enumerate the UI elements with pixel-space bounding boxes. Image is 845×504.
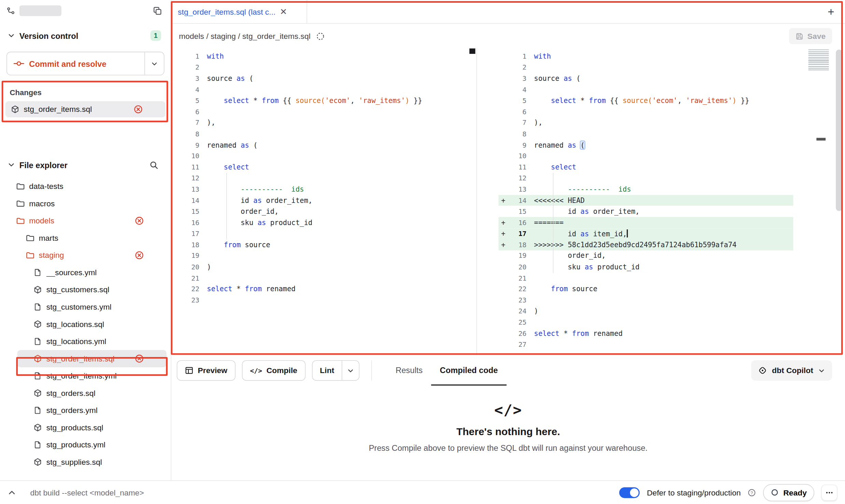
commit-and-resolve-button[interactable]: Commit and resolve xyxy=(6,52,164,75)
code-line[interactable]: 15 order_id, xyxy=(171,206,476,217)
code-line[interactable]: 3source as ( xyxy=(171,73,476,84)
code-line[interactable]: 4 xyxy=(499,84,793,95)
code-line[interactable]: 1with xyxy=(499,50,793,62)
code-line[interactable]: 1with xyxy=(171,50,476,62)
editor-scroll-indicator[interactable] xyxy=(816,138,826,140)
code-line[interactable]: 13 ---------- ids xyxy=(171,184,476,195)
code-line[interactable]: 22 from source xyxy=(499,283,793,295)
code-line[interactable]: 13 ---------- ids xyxy=(499,184,793,195)
editor-pane-modified[interactable]: 1with23source as (45 select * from {{ so… xyxy=(499,48,845,355)
command-input[interactable]: dbt build --select <model_name> xyxy=(30,488,144,496)
code-line[interactable]: 26select * from renamed xyxy=(499,328,793,339)
file-explorer-item-models[interactable]: models xyxy=(4,212,167,229)
pane-scrollbar[interactable] xyxy=(469,48,475,54)
code-line[interactable]: 7), xyxy=(171,117,476,129)
code-line[interactable]: 3source as ( xyxy=(499,73,793,84)
code-line[interactable]: 21 xyxy=(171,272,476,284)
change-item[interactable]: stg_order_items.sql xyxy=(5,101,166,117)
code-line[interactable]: 18 from source xyxy=(171,239,476,250)
discard-change-icon[interactable] xyxy=(134,105,143,114)
code-line[interactable]: 23 xyxy=(171,295,476,306)
save-button[interactable]: Save xyxy=(789,28,832,44)
tab-stg-order-items[interactable]: stg_order_items.sql (last c... ✕ xyxy=(171,0,307,23)
file-explorer-item-stg-orders-yml[interactable]: stg_orders.yml xyxy=(17,402,167,419)
code-line[interactable]: 21 xyxy=(499,272,793,284)
conflict-icon[interactable] xyxy=(135,354,144,363)
file-explorer-item-stg-customers-yml[interactable]: stg_customers.yml xyxy=(17,298,167,316)
file-explorer-item-stg-orders-sql[interactable]: stg_orders.sql xyxy=(17,384,167,402)
code-line[interactable]: 2 xyxy=(499,62,793,73)
code-line[interactable]: +16======= xyxy=(499,217,793,228)
workflow-icon[interactable] xyxy=(6,6,15,15)
chevron-up-icon[interactable] xyxy=(8,488,16,496)
file-explorer-item-stg-supplies-sql[interactable]: stg_supplies.sql xyxy=(17,454,167,471)
tab-compiled-code[interactable]: Compiled code xyxy=(431,355,506,385)
editor-pane-original[interactable]: 1with23source as (45 select * from {{ so… xyxy=(171,48,477,355)
commit-options-caret[interactable] xyxy=(144,52,164,75)
code-line[interactable]: 20) xyxy=(171,261,476,272)
code-line[interactable]: 9renamed as ( xyxy=(171,139,476,151)
code-line[interactable]: 12 xyxy=(171,173,476,184)
file-explorer-item-marts[interactable]: marts xyxy=(9,229,167,247)
file-explorer-item-stg-products-yml[interactable]: stg_products.yml xyxy=(17,436,167,454)
code-line[interactable]: 6 xyxy=(499,106,793,117)
close-icon[interactable]: ✕ xyxy=(280,7,287,16)
minimap[interactable] xyxy=(808,49,829,71)
code-line[interactable]: 19 order_id, xyxy=(499,250,793,262)
file-explorer-item-stg-customers-sql[interactable]: stg_customers.sql xyxy=(17,281,167,298)
code-line[interactable]: 5 select * from {{ source('ecom', 'raw_i… xyxy=(171,95,476,106)
preview-button[interactable]: Preview xyxy=(177,360,235,381)
ide-status-button[interactable]: Ready xyxy=(763,484,814,501)
file-explorer-header[interactable]: File explorer xyxy=(0,153,171,176)
file-explorer-item--sources-yml[interactable]: __sources.yml xyxy=(17,264,167,281)
code-line[interactable]: 6 xyxy=(171,106,476,117)
file-explorer-item-stg-order-items-yml[interactable]: stg_order_items.yml xyxy=(17,367,167,385)
diff-editor[interactable]: 1with23source as (45 select * from {{ so… xyxy=(171,48,845,355)
code-line[interactable]: +17 id as item_id, xyxy=(499,228,793,239)
commit-button-main[interactable]: Commit and resolve xyxy=(7,52,145,75)
code-line[interactable]: 10 xyxy=(499,150,793,162)
file-explorer-item-data-tests[interactable]: data-tests xyxy=(4,178,167,195)
code-line[interactable]: 24) xyxy=(499,306,793,317)
code-line[interactable]: 11 select xyxy=(171,162,476,173)
code-line[interactable]: 8 xyxy=(499,128,793,139)
code-line[interactable]: 10 xyxy=(171,150,476,162)
file-explorer-item-stg-locations-sql[interactable]: stg_locations.sql xyxy=(17,315,167,333)
code-line[interactable]: 25 xyxy=(499,317,793,328)
code-line[interactable]: 12 xyxy=(499,173,793,184)
code-line[interactable]: 27 xyxy=(499,339,793,350)
code-line[interactable]: +14<<<<<<< HEAD xyxy=(499,195,793,206)
copy-icon[interactable] xyxy=(153,6,162,15)
lineage-icon[interactable] xyxy=(316,31,325,41)
code-line[interactable]: 16 sku as product_id xyxy=(171,217,476,228)
dbt-copilot-button[interactable]: dbt Copilot xyxy=(751,360,832,381)
version-control-header[interactable]: Version control 1 xyxy=(0,24,171,47)
code-line[interactable]: 2 xyxy=(171,62,476,73)
code-line[interactable]: 4 xyxy=(171,84,476,95)
more-menu-button[interactable] xyxy=(821,484,837,500)
file-explorer-item-stg-locations-yml[interactable]: stg_locations.yml xyxy=(17,333,167,350)
conflict-icon[interactable] xyxy=(135,216,144,225)
lint-button[interactable]: Lint xyxy=(312,361,342,380)
code-line[interactable]: 9renamed as ( xyxy=(499,139,793,151)
code-line[interactable]: 17 xyxy=(171,228,476,239)
code-line[interactable]: 20 sku as product_id xyxy=(499,261,793,272)
code-line[interactable]: 22select * from renamed xyxy=(171,283,476,295)
code-line[interactable]: 14 id as order_item, xyxy=(171,195,476,206)
file-explorer-item-macros[interactable]: macros xyxy=(4,195,167,212)
help-icon[interactable]: ? xyxy=(748,488,756,496)
tab-results[interactable]: Results xyxy=(387,355,431,385)
editor-scrollbar-thumb[interactable] xyxy=(836,49,842,211)
chevron-down-icon[interactable] xyxy=(8,32,15,39)
code-line[interactable]: 5 select * from {{ source('ecom', 'raw_i… xyxy=(499,95,793,106)
compile-button[interactable]: </> Compile xyxy=(242,360,305,381)
code-line[interactable]: 23 xyxy=(499,295,793,306)
defer-toggle[interactable] xyxy=(619,487,640,498)
file-explorer-item-stg-products-sql[interactable]: stg_products.sql xyxy=(17,419,167,436)
search-icon[interactable] xyxy=(147,159,161,170)
conflict-icon[interactable] xyxy=(135,251,144,260)
lint-options-caret[interactable] xyxy=(342,361,359,380)
file-explorer-item-stg-order-items-sql[interactable]: stg_order_items.sql xyxy=(17,350,167,367)
code-line[interactable]: 19 xyxy=(171,250,476,262)
new-tab-button[interactable]: + xyxy=(823,4,839,19)
